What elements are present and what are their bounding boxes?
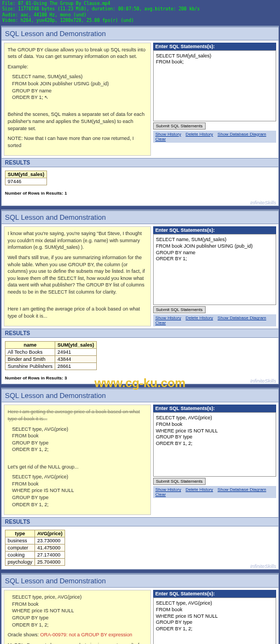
lesson-note: SELECT type, price, AVG(price) FROM book… [4,590,151,644]
note-text: Here I am getting the average price of a… [8,306,147,319]
sql-line: GROUP BY type [12,495,49,500]
sql-line: SELECT type, AVG(price) [12,426,68,432]
panel-title: SQL Lesson and Demonstration [2,210,278,224]
sql-line: SELECT name, SUM(ytd_sales) [12,74,83,79]
sql-line: GROUP BY type [12,615,49,620]
sql-textarea[interactable]: SELECT type, AVG(price) FROM book WHERE … [153,598,276,644]
panel-title: SQL Lesson and Demonstration [2,573,278,588]
results-body: SUM(ytd_sales) 97446 Number of Rows in R… [2,167,278,206]
lesson-note: Here I am getting the average price of a… [4,405,151,515]
col-header: type [5,530,35,537]
ora-error: ORA-00979: not a GROUP BY expression [40,632,132,637]
cell: All Techo Books [5,349,55,356]
col-header: AVG(price) [35,530,65,537]
lesson-panel-2: SQL Lesson and Demonstration I know what… [1,209,279,384]
cell: 97446 [5,178,47,185]
note-text: Behind the scenes, SQL makes a separate … [8,111,147,132]
sql-line: SELECT type, price, AVG(price) [12,594,81,600]
results-table: nameSUM(ytd_sales) All Techo Books24941 … [5,341,97,370]
sql-line: FROM book JOIN publisher USING (pub_id) [12,81,109,86]
sql-line: GROUP BY name [12,88,51,93]
cell: psychology [5,559,35,566]
row-count: Number of Rows in Results: 3 [5,376,275,380]
submit-button[interactable]: Submit SQL Statements [153,478,206,485]
sql-input-header: Enter SQL Statements(s): [153,43,276,50]
submit-button[interactable]: Submit SQL Statements [153,122,206,130]
note-text: NOTE: Now that I can have more than one … [8,135,147,149]
delete-history-link[interactable]: Delete History [185,315,213,320]
panel-title: SQL Lesson and Demonstration [2,388,278,402]
sql-textarea[interactable]: SELECT name, SUM(ytd_sales) FROM book JO… [153,234,276,305]
lesson-panel-4: SQL Lesson and Demonstration SELECT type… [1,573,279,644]
note-text: The GROUP BY clause allows you to break … [8,46,147,60]
clear-link[interactable]: Clear [155,492,166,497]
cell: cooking [5,552,35,559]
action-links: Show History Delete History Show Databas… [153,486,276,498]
sql-line: FROM book [12,433,39,438]
note-text: Here I am getting the average price of a… [8,408,147,422]
sql-textarea[interactable]: SELECT type, AVG(price) FROM book WHERE … [153,412,276,477]
cell: 43844 [55,356,97,363]
results-body: typeAVG(price) business23.730000 compute… [2,526,278,569]
cell: 27.174000 [35,552,65,559]
results-table: SUM(ytd_sales) 97446 [5,171,47,185]
cell: 25.704000 [35,559,65,566]
note-text: I know what you're saying, you're saying… [8,230,147,251]
results-header: RESULTS [2,329,278,338]
sql-input-header: Enter SQL Statements(s): [153,226,276,234]
file-audio: Audio: aac, 44100 Hz, mono (und) [2,13,278,18]
sql-line: ORDER BY 1, 2; [12,502,49,507]
sql-line: ORDER BY 1, 2; [12,447,49,452]
lesson-panel-1: SQL Lesson and Demonstration The GROUP B… [1,26,279,207]
clear-link[interactable]: Clear [155,320,166,325]
show-history-link[interactable]: Show History [155,315,181,320]
example-label: Example: [8,63,147,71]
ora-label: Oracle shows: [8,632,40,637]
cell: computer [5,545,35,552]
note-text: Let's get rid of the NULL group... [8,464,147,471]
col-header: name [5,342,55,349]
watermark: InfiniteSkills [250,200,276,206]
file-size: Size: 11778748 bytes (11.23 MiB), durati… [2,7,278,12]
sql-line: ORDER BY 1; [12,95,43,100]
clear-link[interactable]: Clear [155,137,166,142]
sql-textarea[interactable]: SELECT SUM(ytd_sales) FROM book; [153,50,276,121]
submit-button[interactable]: Submit SQL Statements [153,306,206,313]
lesson-note: I know what you're saying, you're saying… [4,226,151,326]
cell: 41.475000 [35,545,65,552]
watermark: InfiniteSkills [250,564,276,569]
sql-line: WHERE price IS NOT NULL [12,608,74,613]
show-history-link[interactable]: Show History [155,487,181,492]
note-text: Well that's still true, if you are summa… [8,254,147,296]
cell: 23.730000 [35,537,65,545]
note-text: MySQL: Does not show an error but give i… [8,642,147,644]
col-header: SUM(ytd_sales) [55,342,97,349]
cell: 28661 [55,363,97,370]
show-db-link[interactable]: Show Database Diagram [218,132,266,137]
delete-history-link[interactable]: Delete History [185,132,213,137]
sql-line: FROM book [12,481,39,487]
action-links: Show History Delete History Show Databas… [153,314,276,326]
file-metadata: File: 07_01-Using The Group By Clause.mp… [0,0,280,25]
sql-line: SELECT type, AVG(price) [12,474,68,479]
panel-title: SQL Lesson and Demonstration [2,26,278,40]
cell: Binder and Smith [5,356,55,363]
show-db-link[interactable]: Show Database Diagram [218,315,266,320]
cell: Sunshine Publishers [5,363,55,370]
file-name: File: 07_01-Using The Group By Clause.mp… [2,1,278,7]
lesson-panel-3: SQL Lesson and Demonstration Here I am g… [1,388,279,570]
sql-line: WHERE price IS NOT NULL [12,488,74,493]
cell: 24941 [55,349,97,356]
sql-input-header: Enter SQL Statements(s): [153,590,276,598]
show-db-link[interactable]: Show Database Diagram [218,487,266,492]
cursor-icon: ↖ [44,94,49,101]
file-video: Video: h264, yuv420p, 1280x720, 25.00 fp… [2,18,278,24]
delete-history-link[interactable]: Delete History [185,487,213,492]
sql-line: FROM book [12,601,39,607]
results-table: typeAVG(price) business23.730000 compute… [5,530,65,566]
show-history-link[interactable]: Show History [155,132,181,137]
col-header: SUM(ytd_sales) [5,171,47,178]
sql-line: ORDER BY 1, 2; [12,622,49,628]
sql-input-header: Enter SQL Statements(s): [153,405,276,412]
sql-line: GROUP BY type [12,440,49,446]
